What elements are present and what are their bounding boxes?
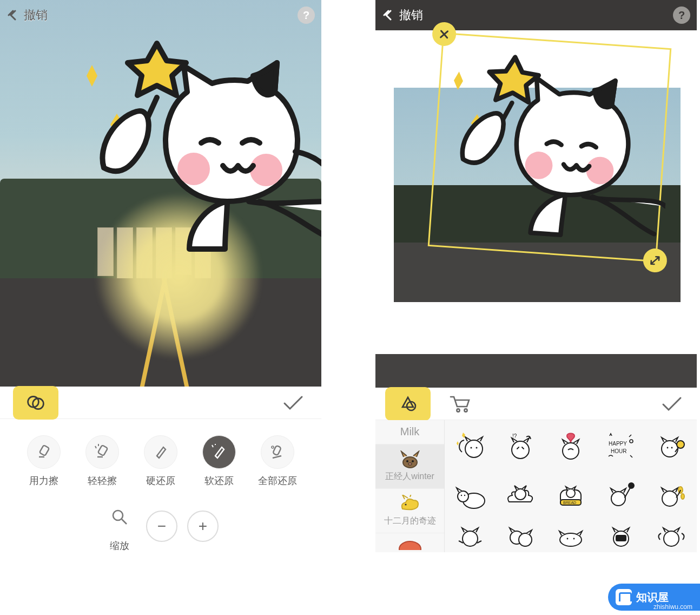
help-button[interactable]: ? — [298, 6, 315, 24]
cat-sticker[interactable] — [424, 28, 677, 261]
tool-hard-erase[interactable]: 用力擦 — [23, 435, 64, 487]
sticker-panel: Milk 正经人winter 十二月的奇迹 — [375, 420, 697, 552]
sticker-store-button[interactable] — [445, 389, 475, 419]
svg-point-39 — [515, 489, 526, 500]
editor-canvas-wrap — [375, 30, 697, 355]
editor-canvas[interactable] — [0, 0, 321, 387]
sticker-item[interactable] — [446, 520, 494, 552]
tool-label: 全部还原 — [258, 474, 297, 487]
svg-rect-5 — [39, 445, 49, 456]
svg-text:!?: !? — [512, 433, 517, 439]
sticker-pack-next[interactable] — [375, 533, 444, 552]
top-bar: 撤销 ? — [375, 0, 697, 30]
tool-soft-erase[interactable]: 轻轻擦 — [82, 435, 123, 487]
sticker-mode-button[interactable] — [385, 387, 431, 421]
cat-sticker[interactable] — [65, 16, 321, 271]
sticker-item[interactable] — [648, 424, 696, 470]
sticker-item[interactable] — [446, 472, 494, 518]
zoom-label: 缩放 — [110, 539, 129, 552]
sticker-item[interactable] — [446, 424, 494, 470]
svg-point-52 — [560, 533, 582, 546]
tool-label: 硬还原 — [146, 474, 175, 487]
sticker-item[interactable] — [546, 424, 595, 470]
sticker-item[interactable]: BREAD — [546, 472, 595, 518]
pack-label: 十二月的奇迹 — [384, 515, 436, 527]
watermark-name: 知识屋 — [636, 590, 669, 605]
svg-point-25 — [512, 441, 529, 459]
pack-label: Milk — [400, 426, 420, 438]
svg-text:HOUR: HOUR — [611, 448, 626, 454]
sticker-selection-box[interactable] — [428, 32, 672, 263]
svg-point-15 — [464, 409, 467, 411]
mode-bar — [375, 388, 697, 420]
undo-button[interactable]: 撤销 — [382, 7, 423, 23]
sticker-item[interactable] — [648, 472, 696, 518]
svg-point-18 — [412, 460, 414, 462]
svg-point-38 — [464, 495, 465, 496]
top-bar: 撤销 ? — [0, 0, 321, 30]
tool-label: 用力擦 — [29, 474, 58, 487]
sticker-pack-zjr[interactable]: 正经人winter — [375, 444, 444, 488]
svg-point-32 — [667, 447, 669, 449]
undo-icon — [382, 10, 396, 21]
pack-thumb-icon — [398, 495, 422, 513]
svg-rect-56 — [616, 535, 626, 541]
watermark-url: zhishiwu.com — [653, 603, 692, 611]
eraser-mode-button[interactable] — [13, 386, 58, 420]
tool-hard-restore[interactable]: 硬还原 — [140, 435, 181, 487]
sticker-pack-december[interactable]: 十二月的奇迹 — [375, 488, 444, 533]
watermark-badge: 知识屋 zhishiwu.com — [608, 584, 700, 611]
svg-point-33 — [671, 447, 673, 449]
svg-text:BREAD: BREAD — [563, 501, 576, 505]
svg-point-19 — [408, 463, 412, 465]
zoom-out-button[interactable]: − — [146, 511, 177, 542]
confirm-button[interactable] — [278, 388, 308, 418]
undo-button[interactable]: 撤销 — [6, 7, 48, 23]
svg-point-1 — [177, 153, 210, 185]
tool-soft-restore[interactable]: 软还原 — [199, 435, 240, 487]
zoom-tool[interactable] — [103, 500, 136, 534]
svg-point-36 — [458, 491, 468, 502]
svg-point-17 — [406, 460, 408, 462]
undo-label: 撤销 — [399, 7, 423, 23]
svg-point-43 — [566, 489, 575, 498]
svg-point-30 — [630, 440, 633, 443]
svg-point-24 — [476, 447, 477, 449]
svg-point-23 — [470, 447, 472, 449]
tool-panel: 用力擦 轻轻擦 硬还原 软还原 全部还原 — [0, 422, 321, 552]
tool-restore-all[interactable]: 全部还原 — [257, 435, 298, 487]
svg-point-21 — [399, 541, 421, 550]
svg-point-27 — [563, 443, 579, 459]
sticker-item[interactable] — [648, 520, 696, 552]
pack-thumb-icon — [398, 450, 422, 469]
svg-point-34 — [677, 441, 684, 448]
canvas-bottom-strip — [375, 354, 697, 388]
tool-label: 软还原 — [204, 474, 234, 487]
sticker-item[interactable] — [546, 520, 595, 552]
sticker-item[interactable]: HAPPYHOUR — [597, 424, 645, 470]
sticker-item[interactable] — [597, 520, 645, 552]
pack-label: 正经人winter — [385, 471, 434, 482]
svg-rect-6 — [98, 445, 108, 456]
svg-point-48 — [681, 494, 684, 499]
zoom-in-button[interactable]: + — [187, 511, 219, 542]
svg-text:HAPPY: HAPPY — [609, 441, 627, 447]
confirm-button[interactable] — [657, 389, 687, 419]
pack-thumb-icon — [398, 535, 422, 552]
help-button[interactable]: ? — [673, 6, 690, 24]
sticker-item[interactable] — [496, 520, 544, 552]
svg-point-2 — [250, 154, 282, 186]
svg-point-49 — [463, 531, 478, 546]
sticker-pack-list[interactable]: Milk 正经人winter 十二月的奇迹 — [375, 420, 445, 552]
svg-point-51 — [519, 533, 532, 546]
watermark-icon — [616, 589, 632, 605]
svg-point-54 — [573, 538, 575, 540]
sticker-grid[interactable]: !? HAPPYHOUR BREAD — [445, 420, 697, 552]
svg-point-45 — [629, 483, 634, 488]
sticker-item[interactable]: !? — [496, 424, 544, 470]
sticker-item[interactable] — [496, 472, 544, 518]
sticker-item[interactable] — [597, 472, 645, 518]
sticker-pack-milk[interactable]: Milk — [375, 420, 444, 444]
svg-point-31 — [662, 441, 678, 457]
svg-point-20 — [405, 503, 406, 505]
